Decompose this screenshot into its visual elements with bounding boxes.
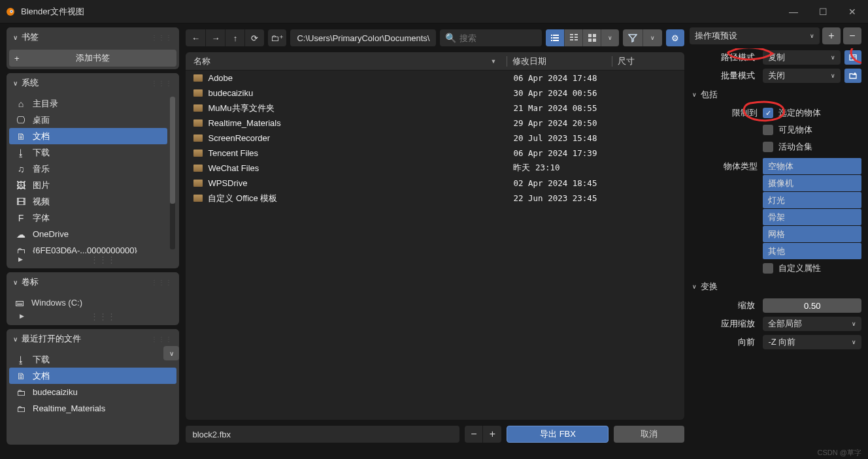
checkbox-custom-props[interactable]	[763, 263, 773, 274]
recent-item[interactable]: ⭳下载	[9, 351, 176, 368]
desktop-icon: 🖵	[16, 115, 26, 125]
chevron-down-icon[interactable]: ∨	[13, 279, 18, 286]
folder-icon	[193, 195, 203, 202]
embed-textures-button[interactable]	[844, 50, 861, 65]
minimize-icon[interactable]: —	[789, 7, 798, 17]
folder-icon	[193, 165, 203, 172]
chevron-down-icon[interactable]: ∨	[13, 34, 18, 41]
sidebar-item-folder[interactable]: 🗀{6FE03D6A-...0000000000}	[9, 242, 167, 253]
cancel-button[interactable]: 取消	[614, 426, 684, 443]
sidebar-item-cloud[interactable]: ☁OneDrive	[9, 226, 167, 242]
grip-icon[interactable]: ⋮⋮⋮	[151, 279, 173, 286]
file-row[interactable]: WeChat Files昨天 23:10	[186, 161, 684, 176]
applyscale-select[interactable]: 全部局部∨	[763, 317, 861, 331]
play-icon[interactable]: ▶	[12, 311, 32, 321]
batch-own-dir-button[interactable]	[844, 69, 861, 83]
preset-add-button[interactable]: +	[822, 27, 841, 44]
objtype-option[interactable]: 摄像机	[763, 175, 861, 191]
checkbox-visible-objects[interactable]	[763, 125, 773, 135]
sidebar-item-video[interactable]: 🎞视频	[9, 193, 167, 210]
preset-select[interactable]: 操作项预设∨	[690, 27, 820, 44]
svg-rect-14	[575, 39, 578, 40]
objtype-option[interactable]: 网格	[763, 226, 861, 242]
filter-dropdown[interactable]: ∨	[643, 29, 662, 46]
chevron-down-icon[interactable]: ∨	[692, 283, 697, 290]
sidebar-item-music[interactable]: ♫音乐	[9, 161, 167, 177]
file-row[interactable]: MuMu共享文件夹21 Mar 2024 08:55	[186, 101, 684, 116]
watermark: CSDN @草字	[818, 448, 861, 458]
file-row[interactable]: Realtime_Materials29 Apr 2024 20:50	[186, 116, 684, 131]
filename-input[interactable]: block2.fbx	[186, 426, 459, 443]
search-input[interactable]: 🔍	[440, 29, 542, 46]
svg-point-2	[10, 10, 12, 12]
recent-item[interactable]: 🗎文档	[9, 368, 176, 384]
grip-icon[interactable]: ⋮⋮⋮	[151, 80, 173, 87]
home-icon: ⌂	[16, 99, 26, 109]
forward-button[interactable]: →	[205, 29, 225, 46]
play-icon[interactable]: ▶	[10, 255, 31, 264]
sidebar-item-home[interactable]: ⌂主目录	[9, 95, 167, 112]
view-list-horizontal-icon[interactable]	[564, 29, 582, 46]
path-input[interactable]: C:\Users\PrimaryColor\Documents\	[290, 29, 436, 46]
preset-remove-button[interactable]: −	[843, 27, 861, 44]
bookmarks-title: 书签	[22, 31, 147, 43]
chevron-down-icon[interactable]: ∨	[692, 91, 697, 98]
chevron-down-icon: ∨	[810, 33, 814, 39]
file-row[interactable]: Adobe06 Apr 2024 17:48	[186, 71, 684, 86]
recent-item[interactable]: 🗀budecaiziku	[9, 384, 176, 400]
grip-icon[interactable]: ⋮⋮⋮	[151, 34, 173, 41]
chevron-down-icon[interactable]: ∨	[163, 346, 179, 360]
refresh-button[interactable]: ⟳	[244, 29, 264, 46]
recent-item[interactable]: 🗀Realtime_Materials	[9, 400, 176, 417]
sidebar-item-desktop[interactable]: 🖵桌面	[9, 112, 167, 128]
file-row[interactable]: 自定义 Office 模板22 Jun 2023 23:45	[186, 191, 684, 206]
window-title: Blender文件视图	[21, 6, 84, 18]
sidebar-item-download[interactable]: ⭳下载	[9, 144, 167, 161]
objtype-option[interactable]: 灯光	[763, 192, 861, 208]
view-list-vertical-icon[interactable]	[546, 29, 564, 46]
chevron-down-icon[interactable]: ∨	[13, 336, 18, 343]
file-row[interactable]: Tencent Files06 Apr 2024 17:39	[186, 146, 684, 161]
checkbox-selected-objects[interactable]: ✓	[763, 108, 773, 118]
sidebar-item-image[interactable]: 🖼图片	[9, 177, 167, 193]
pathmode-select[interactable]: 复制∨	[763, 50, 841, 65]
forward-select[interactable]: -Z 向前∨	[763, 335, 861, 349]
objtype-label: 物体类型	[690, 158, 758, 172]
export-button[interactable]: 导出 FBX	[507, 426, 609, 443]
view-dropdown[interactable]: ∨	[601, 29, 619, 46]
objtype-option[interactable]: 其他	[763, 243, 861, 259]
volumes-panel: ∨卷标⋮⋮⋮ 🖴Windows (C:) ▶⋮⋮⋮	[7, 272, 179, 325]
sidebar-item-font[interactable]: F字体	[9, 210, 167, 226]
sidebar-item-doc[interactable]: 🗎文档	[9, 128, 167, 144]
column-name[interactable]: 名称▼	[188, 55, 507, 67]
checkbox-active-collection[interactable]	[763, 142, 773, 152]
maximize-icon[interactable]: ☐	[819, 7, 827, 17]
add-bookmark-button[interactable]: +添加书签	[9, 50, 176, 67]
view-grid-icon[interactable]	[582, 29, 601, 46]
close-icon[interactable]: ✕	[848, 7, 856, 17]
scale-input[interactable]: 0.50	[763, 298, 861, 313]
folder-icon	[193, 180, 203, 187]
batchmode-select[interactable]: 关闭∨	[763, 69, 841, 83]
folder-icon: 🗀	[16, 387, 26, 398]
file-row[interactable]: WPSDrive02 Apr 2024 18:45	[186, 176, 684, 191]
settings-button[interactable]: ⚙	[666, 29, 684, 46]
include-section: 包括	[701, 89, 718, 101]
increment-button[interactable]: +	[483, 426, 501, 443]
sort-desc-icon: ▼	[491, 58, 497, 65]
new-folder-button[interactable]: 🗀⁺	[268, 29, 286, 46]
decrement-button[interactable]: −	[465, 426, 483, 443]
objtype-option[interactable]: 骨架	[763, 209, 861, 225]
column-date[interactable]: 修改日期	[507, 55, 612, 67]
column-size[interactable]: 尺寸	[612, 55, 682, 67]
volume-item[interactable]: 🖴Windows (C:)	[9, 294, 176, 310]
back-button[interactable]: ←	[186, 29, 205, 46]
file-row[interactable]: ScreenRecorder20 Jul 2023 15:48	[186, 131, 684, 146]
grip-icon[interactable]: ⋮⋮⋮	[151, 336, 173, 343]
file-row[interactable]: budecaiziku30 Apr 2024 00:56	[186, 86, 684, 101]
up-button[interactable]: ↑	[225, 29, 244, 46]
chevron-down-icon[interactable]: ∨	[13, 80, 18, 87]
objtype-option[interactable]: 空物体	[763, 158, 861, 174]
newfolder-icon	[848, 71, 858, 80]
filter-icon[interactable]	[623, 29, 643, 46]
